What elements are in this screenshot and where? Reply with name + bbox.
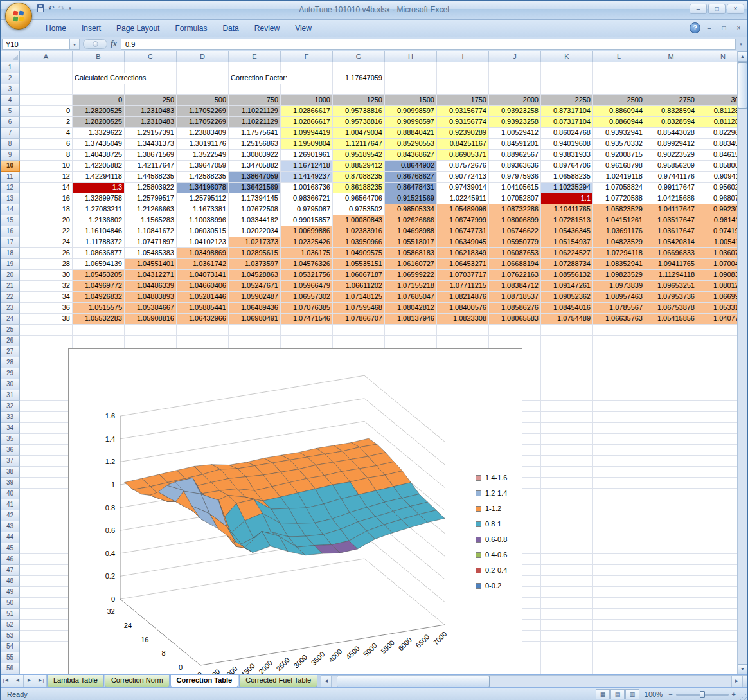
cell[interactable] [697, 379, 738, 390]
correction-cell[interactable]: 1.05420814 [645, 237, 697, 248]
row-header-52[interactable]: 52 [1, 620, 20, 631]
cell[interactable] [489, 336, 541, 346]
cell[interactable] [541, 565, 593, 576]
correction-cell[interactable]: 1.04105615 [489, 183, 541, 193]
correction-cell[interactable]: 1.17052269 [177, 117, 229, 128]
correction-cell[interactable]: 0.90772413 [437, 172, 489, 183]
cell[interactable] [593, 499, 645, 510]
correction-cell[interactable]: 1.08384712 [489, 281, 541, 292]
cell[interactable] [697, 467, 738, 478]
cell[interactable] [229, 336, 281, 346]
correction-cell[interactable]: 1.10411765 [541, 204, 593, 215]
cell[interactable] [593, 663, 645, 674]
cell[interactable] [541, 532, 593, 543]
correction-cell[interactable]: 1.27083211 [73, 204, 125, 215]
row-header-19[interactable]: 19 [1, 259, 20, 270]
correction-cell[interactable]: 1.02895615 [229, 248, 281, 259]
first-sheet-icon[interactable]: |◄ [1, 675, 12, 687]
correction-cell[interactable]: 1.08556132 [541, 270, 593, 281]
row-header-42[interactable]: 42 [1, 510, 20, 521]
correction-cell[interactable]: 1.08718537 [489, 292, 541, 303]
load-header-cell[interactable]: 18 [20, 204, 73, 215]
cell[interactable] [645, 467, 697, 478]
correction-cell[interactable]: 0.9560294 [697, 183, 738, 193]
cell[interactable] [281, 325, 333, 336]
cell[interactable] [541, 84, 593, 95]
correction-cell[interactable]: 0.87317104 [541, 117, 593, 128]
correction-cell[interactable]: 1.03517647 [645, 215, 697, 226]
correction-cell[interactable]: 1.2310483 [125, 117, 177, 128]
correction-cell[interactable]: 1.04215686 [645, 193, 697, 204]
cell[interactable] [333, 336, 385, 346]
row-header-27[interactable]: 27 [1, 346, 20, 357]
cell[interactable] [541, 478, 593, 489]
cell[interactable] [645, 532, 697, 543]
correction-cell[interactable]: 1.30191176 [177, 139, 229, 150]
row-header-14[interactable]: 14 [1, 204, 20, 215]
correction-cell[interactable]: 1.26901961 [281, 150, 333, 161]
cell[interactable] [697, 499, 738, 510]
correction-cell[interactable]: 0.8461533 [697, 150, 738, 161]
correction-cell[interactable]: 0.88529412 [333, 161, 385, 172]
row-header-26[interactable]: 26 [1, 336, 20, 346]
cell[interactable] [593, 631, 645, 642]
correction-cell[interactable]: 0.85443028 [645, 128, 697, 139]
correction-cell[interactable]: 1.42294118 [73, 172, 125, 183]
cell[interactable] [645, 499, 697, 510]
cell[interactable] [645, 84, 697, 95]
correction-cell[interactable]: 1.05902487 [229, 292, 281, 303]
rpm-header-cell[interactable]: 2000 [489, 95, 541, 106]
column-header-l[interactable]: L [593, 51, 645, 62]
column-header-m[interactable]: M [645, 51, 697, 62]
cell[interactable] [645, 62, 697, 73]
cell[interactable] [593, 346, 645, 357]
correction-cell[interactable]: 1.08957463 [593, 292, 645, 303]
cell[interactable] [541, 620, 593, 631]
cell[interactable] [593, 390, 645, 401]
cell[interactable] [20, 412, 73, 423]
cell[interactable] [541, 62, 593, 73]
correction-cell[interactable]: 1.05281446 [177, 292, 229, 303]
correction-cell[interactable]: 0.9741957 [697, 226, 738, 237]
cell[interactable] [645, 598, 697, 609]
cell[interactable] [541, 412, 593, 423]
correction-cell[interactable]: 1.07685047 [385, 292, 437, 303]
row-header-29[interactable]: 29 [1, 368, 20, 379]
cell[interactable] [593, 478, 645, 489]
row-header-44[interactable]: 44 [1, 532, 20, 543]
row-header-9[interactable]: 9 [1, 150, 20, 161]
row-header-8[interactable]: 8 [1, 139, 20, 150]
correction-cell[interactable]: 1.05485383 [125, 248, 177, 259]
cell[interactable] [20, 478, 73, 489]
cell[interactable] [20, 467, 73, 478]
correction-cell[interactable]: 1.17394145 [229, 193, 281, 204]
correction-cell[interactable]: 1.08400576 [437, 303, 489, 314]
correction-cell[interactable]: 1.29157391 [125, 128, 177, 139]
row-header-34[interactable]: 34 [1, 423, 20, 434]
correction-cell[interactable]: 1.06747999 [437, 215, 489, 226]
cell[interactable] [645, 642, 697, 652]
cell[interactable] [697, 423, 738, 434]
ribbon-tab-review[interactable]: Review [247, 21, 287, 37]
cell[interactable] [697, 73, 738, 84]
correction-cell[interactable]: 1.05908816 [125, 314, 177, 325]
cell[interactable] [73, 336, 125, 346]
correction-cell[interactable]: 1.06611202 [333, 281, 385, 292]
cell[interactable] [541, 521, 593, 532]
cell[interactable] [541, 357, 593, 368]
cell[interactable] [645, 357, 697, 368]
normal-view-icon[interactable]: ▦ [596, 689, 610, 699]
cell[interactable] [645, 456, 697, 467]
cell[interactable] [385, 325, 437, 336]
correction-cell[interactable]: 1.0407787 [697, 314, 738, 325]
correction-cell[interactable]: 0.95856209 [645, 161, 697, 172]
cell[interactable] [125, 84, 177, 95]
vertical-scroll-thumb[interactable] [738, 62, 747, 109]
cell[interactable] [20, 499, 73, 510]
correction-cell[interactable]: 0.93156774 [437, 106, 489, 117]
rpm-header-cell[interactable]: 500 [177, 95, 229, 106]
correction-cell[interactable]: 1.07595468 [333, 303, 385, 314]
cell[interactable] [385, 336, 437, 346]
rpm-header-cell[interactable]: 1250 [333, 95, 385, 106]
cell[interactable] [697, 663, 738, 674]
